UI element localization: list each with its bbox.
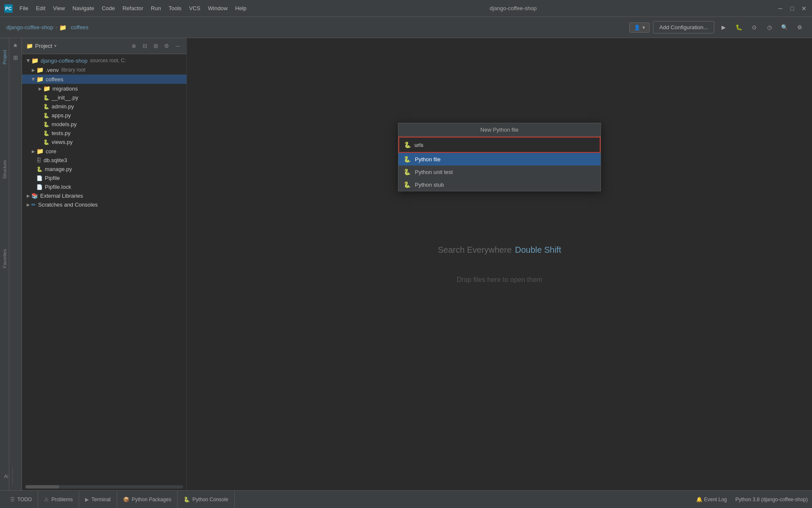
vertical-tabs: Project Structure Favorites (0, 38, 9, 490)
search-hint-shortcut: Double Shift (515, 245, 561, 255)
popup-option-python-unit-test[interactable]: 🐍 Python unit test (398, 166, 601, 178)
python-console-icon: 🐍 (184, 497, 190, 502)
tree-item-migrations[interactable]: ▶ 📁 migrations (22, 84, 187, 93)
tree-item-db-sqlite3[interactable]: ▶ 🗄 db.sqlite3 (22, 156, 187, 165)
python-console-label: Python Console (192, 497, 228, 502)
maximize-button[interactable]: □ (788, 5, 796, 12)
tree-badge-root: sources root, C: (90, 58, 126, 64)
close-button[interactable]: ✕ (800, 5, 808, 12)
python-packages-label: Python Packages (132, 497, 171, 502)
status-tab-todo[interactable]: ☰ TODO (4, 491, 38, 508)
event-log-icon: 🔔 (696, 497, 702, 502)
migrations-folder-icon: 📁 (43, 85, 50, 92)
sidebar-tab-project[interactable]: Project (1, 47, 8, 68)
popup-header: New Python file (398, 123, 601, 137)
tree-item-models-py[interactable]: ▶ 🐍 models.py (22, 120, 187, 129)
popup-input[interactable]: 🐍 urls (401, 140, 598, 150)
profile-button[interactable]: ◷ (763, 22, 775, 33)
sidebar-tab-structure[interactable]: Structure (1, 157, 8, 182)
tree-item-tests-py[interactable]: ▶ 🐍 tests.py (22, 129, 187, 138)
tree-item-root[interactable]: ▶ 📁 django-coffee-shop sources root, C: (22, 56, 187, 65)
locate-file-button[interactable]: ⊕ (129, 41, 138, 51)
event-log-button[interactable]: 🔔 Event Log (696, 497, 727, 502)
chevron-scratches: ▶ (25, 202, 31, 207)
popup-option-python-file[interactable]: 🐍 Python file (398, 153, 601, 166)
python-version-indicator[interactable]: Python 3.8 (django-coffee-shop) (735, 497, 808, 502)
menu-code[interactable]: Code (99, 3, 118, 13)
tree-item-pipfile[interactable]: ▶ 📄 Pipfile (22, 174, 187, 182)
venv-folder-icon: 📁 (36, 66, 44, 73)
tree-item-init-py[interactable]: ▶ 🐍 __init__.py (22, 93, 187, 102)
core-folder-icon: 📁 (36, 148, 44, 155)
close-panel-button[interactable]: ─ (173, 41, 182, 51)
py-icon: 🐍 (43, 130, 49, 136)
popup-option-python-stub[interactable]: 🐍 Python stub (398, 178, 601, 191)
settings-icon[interactable]: ⚙ (794, 22, 806, 33)
problems-label: Problems (51, 497, 73, 502)
tree-label-init-py: __init__.py (52, 94, 78, 101)
tree-label-tests-py: tests.py (52, 130, 71, 136)
breadcrumb-root[interactable]: django-coffee-shop (6, 24, 53, 30)
popup-input-row[interactable]: 🐍 urls (398, 137, 601, 153)
tree-item-views-py[interactable]: ▶ 🐍 views.py (22, 138, 187, 146)
search-hint-text: Search Everywhere (438, 245, 512, 255)
run-button[interactable]: ▶ (718, 22, 730, 33)
search-icon[interactable]: 🔍 (779, 22, 790, 33)
tree-item-scratches[interactable]: ▶ ✏ Scratches and Consoles (22, 200, 187, 209)
menu-help[interactable]: Help (232, 3, 250, 13)
chevron-root: ▶ (26, 58, 31, 64)
scrollbar-thumb[interactable] (25, 485, 59, 489)
tree-label-views-py: views.py (52, 139, 73, 145)
ai-label[interactable]: Ai (0, 467, 13, 485)
menu-view[interactable]: View (49, 3, 68, 13)
popup-option-label-python-stub: Python stub (415, 182, 444, 188)
tree-item-apps-py[interactable]: ▶ 🐍 apps.py (22, 111, 187, 120)
panel-settings-button[interactable]: ⚙ (162, 41, 171, 51)
tree-item-venv[interactable]: ▶ 📁 .venv library root (22, 65, 187, 75)
collapse-all-button[interactable]: ⊟ (140, 41, 149, 51)
tree-item-coffees[interactable]: ▶ 📁 coffees (22, 75, 187, 84)
status-tab-python-console[interactable]: 🐍 Python Console (178, 491, 235, 508)
add-configuration-button[interactable]: Add Configuration... (653, 21, 714, 33)
sidebar-tab-favorites[interactable]: Favorites (1, 246, 8, 271)
user-icon: 👤 (634, 25, 640, 30)
menu-edit[interactable]: Edit (33, 3, 49, 13)
breadcrumb-coffees[interactable]: coffees (71, 24, 88, 30)
title-bar-controls: ─ □ ✕ (776, 5, 808, 12)
menu-file[interactable]: File (16, 3, 32, 13)
tree-label-db-sqlite3: db.sqlite3 (44, 157, 67, 163)
strip-icon-bookmark[interactable]: ★ (11, 40, 21, 50)
tree-item-pipfile-lock[interactable]: ▶ 📄 Pipfile.lock (22, 182, 187, 191)
menu-tools[interactable]: Tools (165, 3, 185, 13)
status-tab-problems[interactable]: ⚠ Problems (38, 491, 79, 508)
user-button[interactable]: 👤 ▾ (629, 22, 650, 33)
popup-input-value: urls (414, 142, 423, 148)
strip-icon-plugin[interactable]: ⊞ (11, 52, 21, 63)
breadcrumb: django-coffee-shop › 📁 coffees (6, 24, 88, 31)
pipfile-icon: 📄 (36, 175, 43, 181)
tree-label-pipfile: Pipfile (45, 175, 60, 181)
coverage-button[interactable]: ⊙ (748, 22, 760, 33)
minimize-button[interactable]: ─ (776, 5, 784, 12)
menu-window[interactable]: Window (205, 3, 231, 13)
expand-all-button[interactable]: ⊞ (151, 41, 160, 51)
menu-refactor[interactable]: Refactor (119, 3, 147, 13)
menu-navigate[interactable]: Navigate (69, 3, 97, 13)
root-folder-icon: 📁 (31, 57, 38, 64)
menu-vcs[interactable]: VCS (186, 3, 204, 13)
panel-title-dropdown[interactable]: ▾ (54, 43, 57, 49)
python-packages-icon: 📦 (123, 497, 129, 502)
debug-button[interactable]: 🐛 (733, 22, 745, 33)
tree-item-admin-py[interactable]: ▶ 🐍 admin.py (22, 102, 187, 111)
popup-option-icon-python-file: 🐍 (403, 156, 411, 163)
tree-item-external-libraries[interactable]: ▶ 📚 External Libraries (22, 191, 187, 200)
scrollbar-track[interactable] (25, 485, 183, 489)
terminal-icon: ▶ (85, 497, 89, 502)
tree-item-core[interactable]: ▶ 📁 core (22, 146, 187, 156)
status-tab-terminal[interactable]: ▶ Terminal (79, 491, 117, 508)
tree-item-manage-py[interactable]: ▶ 🐍 manage.py (22, 165, 187, 174)
title-bar-left: PC File Edit View Navigate Code Refactor… (4, 3, 250, 13)
status-bar: Ai ☰ TODO ⚠ Problems ▶ Terminal 📦 Python… (0, 490, 812, 508)
menu-run[interactable]: Run (148, 3, 165, 13)
status-tab-python-packages[interactable]: 📦 Python Packages (117, 491, 178, 508)
